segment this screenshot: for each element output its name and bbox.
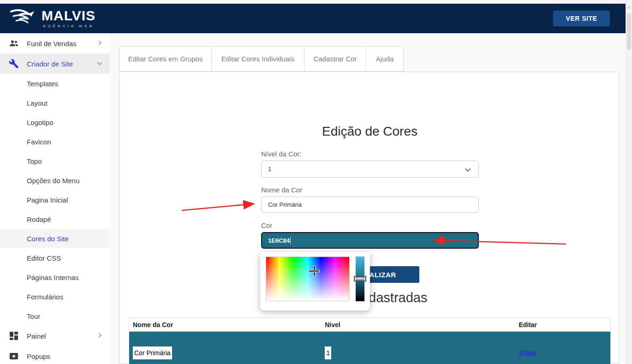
tab-ajuda[interactable]: Ajuda	[366, 46, 404, 72]
browser-edge-strip	[0, 0, 632, 4]
sidebar-item-favicon[interactable]: Favicon	[0, 132, 110, 151]
color-hex-value: 1E6C84	[268, 237, 290, 244]
sidebar-item-popups[interactable]: Popups	[0, 346, 110, 364]
color-label: Cor	[261, 221, 479, 229]
sidebar-item-label: Painel	[27, 332, 97, 340]
sidebar-item-cores-do-site[interactable]: Cores do Site	[0, 229, 110, 248]
chevron-right-icon	[97, 332, 102, 340]
sidebar-item-label: Popups	[27, 352, 102, 360]
app-window: MALVIS AGÊNCIA WEB VER SITE Funil de Ven…	[0, 0, 632, 364]
sidebar-item-label: Editor CSS	[27, 254, 61, 262]
scrollbar-thumb[interactable]	[627, 13, 631, 50]
sidebar-item-label: Pagina Inicial	[27, 196, 68, 204]
sidebar-item-topo[interactable]: Topo	[0, 151, 110, 171]
chevron-down-icon	[465, 167, 471, 173]
saturation-cursor-icon[interactable]	[309, 265, 319, 275]
popup-icon	[8, 351, 19, 362]
color-level-cell: 1	[325, 346, 331, 359]
shade-slider[interactable]	[356, 257, 364, 301]
name-label: Nome da Cor	[261, 186, 479, 194]
sidebar-item-formularios[interactable]: Formulários	[0, 287, 110, 306]
tab-cadastrar-cor[interactable]: Cadastrar Cor	[304, 46, 366, 72]
sidebar-nav: Funil de Vendas Criador de Site Template…	[0, 33, 110, 364]
color-edit-form: Nível da Cor: 1 Nome da Cor Cor Primária…	[261, 150, 479, 249]
sidebar-item-label: Funil de Vendas	[27, 40, 97, 48]
tab-editar-cores-individuais[interactable]: Editar Cores Individuais	[211, 46, 304, 72]
column-header-nivel: Nivel	[325, 321, 519, 328]
sidebar-item-label: Templates	[27, 80, 58, 88]
color-hex-input[interactable]: 1E6C84	[261, 232, 479, 249]
editor-panel: Edição de Cores Nível da Cor: 1 Nome da …	[119, 72, 620, 364]
tab-bar: Editar Cores em Grupos Editar Cores Indi…	[119, 46, 403, 72]
scroll-up-icon[interactable]: ▲	[627, 6, 631, 9]
sidebar-item-editor-css[interactable]: Editor CSS	[0, 248, 110, 268]
sidebar-item-layout[interactable]: Layout	[0, 93, 110, 113]
top-navbar: MALVIS AGÊNCIA WEB VER SITE	[0, 4, 626, 33]
saturation-square[interactable]	[266, 257, 350, 301]
shade-slider-handle[interactable]	[354, 276, 366, 281]
column-header-editar: Editar	[519, 321, 610, 328]
text-cursor	[290, 237, 291, 244]
people-icon	[8, 38, 19, 49]
sidebar-item-opcoes-do-menu[interactable]: Opções do Menu	[0, 171, 110, 190]
sidebar-item-funil-de-vendas[interactable]: Funil de Vendas	[0, 33, 110, 54]
sidebar-item-label: Topo	[27, 157, 42, 165]
sidebar-item-label: Opções do Menu	[27, 177, 79, 185]
color-name-value: Cor Primária	[268, 201, 302, 208]
chevron-right-icon	[97, 39, 102, 48]
sidebar-item-label: Páginas Internas	[27, 274, 79, 281]
sidebar-item-tour[interactable]: Tour	[0, 306, 110, 326]
registered-colors-table: Nome da Cor Nivel Editar Cor Primária 1 …	[129, 317, 611, 364]
sidebar-item-label: Layout	[27, 99, 48, 107]
ver-site-button[interactable]: VER SITE	[553, 11, 610, 26]
level-label: Nível da Cor:	[261, 150, 479, 158]
sidebar-item-label: Favicon	[27, 138, 51, 146]
sidebar-item-label: Criador de Site	[27, 60, 97, 68]
column-header-nome: Nome da Cor	[129, 321, 325, 328]
eagle-logo-icon	[10, 7, 37, 30]
sidebar-item-rodape[interactable]: Rodapé	[0, 209, 110, 229]
table-header-row: Nome da Cor Nivel Editar	[129, 318, 610, 332]
sidebar-item-logotipo[interactable]: Logotipo	[0, 113, 110, 132]
brand-logo[interactable]: MALVIS AGÊNCIA WEB	[10, 7, 95, 30]
color-picker-popup	[260, 252, 370, 310]
sidebar-item-pagina-inicial[interactable]: Pagina Inicial	[0, 190, 110, 209]
wrench-icon	[8, 58, 19, 69]
chevron-down-icon	[97, 60, 102, 68]
level-select[interactable]: 1	[261, 161, 479, 178]
color-name-cell: Cor Primária	[133, 346, 172, 359]
sidebar-item-criador-de-site[interactable]: Criador de Site	[0, 54, 110, 74]
table-row: Cor Primária 1 Editar	[129, 332, 610, 364]
vertical-scrollbar[interactable]: ▲	[626, 0, 632, 364]
sidebar-item-label: Formulários	[27, 293, 63, 301]
level-select-value: 1	[268, 166, 271, 173]
edit-link[interactable]: Editar	[519, 349, 537, 357]
sidebar-item-label: Tour	[27, 312, 40, 320]
sidebar-item-label: Cores do Site	[27, 235, 69, 243]
brand-name: MALVIS	[42, 9, 95, 23]
sidebar-item-label: Logotipo	[27, 119, 54, 126]
sidebar-item-label: Rodapé	[27, 215, 51, 223]
color-name-input[interactable]: Cor Primária	[261, 197, 479, 213]
tab-editar-cores-em-grupos[interactable]: Editar Cores em Grupos	[119, 46, 212, 72]
brand-tagline: AGÊNCIA WEB	[43, 24, 94, 28]
sidebar-item-paginas-internas[interactable]: Páginas Internas	[0, 268, 110, 287]
main-content: Editar Cores em Grupos Editar Cores Indi…	[110, 33, 626, 364]
sidebar-item-painel[interactable]: Painel	[0, 326, 110, 346]
dashboard-icon	[8, 330, 19, 341]
page-title: Edição de Cores	[119, 124, 620, 139]
sidebar-item-templates[interactable]: Templates	[0, 74, 110, 93]
